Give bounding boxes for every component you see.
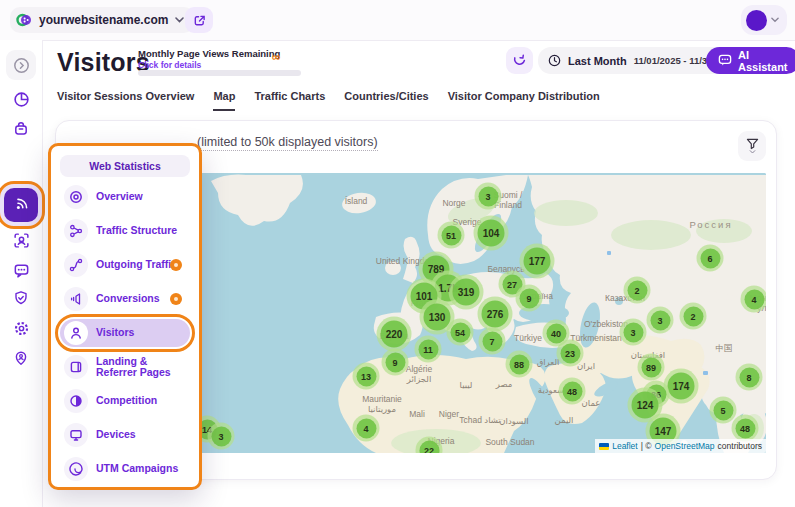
network-icon [64, 219, 88, 243]
map-cluster[interactable]: 276 [478, 297, 513, 332]
map-cluster[interactable]: 4 [353, 415, 380, 442]
pageviews-details-link[interactable]: Click for details [138, 60, 201, 70]
map-cluster[interactable]: 88 [506, 351, 533, 378]
map-cluster[interactable]: 7 [479, 328, 506, 355]
sidebar-expand-toggle[interactable] [6, 50, 36, 80]
flyout-item-label: Visitors [96, 327, 134, 338]
map-cluster[interactable]: 6 [697, 245, 724, 272]
chevron-down-icon [175, 17, 184, 23]
flyout-item-label: Competition [96, 395, 157, 406]
flyout-item-visitors[interactable]: Visitors [60, 319, 190, 347]
tab-visitor-company-distribution[interactable]: Visitor Company Distribution [448, 90, 600, 111]
attribution-separator: | © [641, 441, 652, 451]
user-scan-icon [13, 232, 30, 249]
tab-visitor-sessions-overview[interactable]: Visitor Sessions Overview [57, 90, 194, 111]
filter-button[interactable] [738, 131, 766, 161]
website-selector[interactable]: yourwebsitename.com [10, 7, 194, 33]
tab-countries-cities[interactable]: Countries/Cities [344, 90, 428, 111]
map-cluster[interactable]: 3 [647, 307, 674, 334]
map-title: (limited to 50k displayed visitors) [197, 135, 378, 151]
openstreetmap-link[interactable]: OpenStreetMap [655, 441, 715, 451]
map-cluster[interactable]: 13 [353, 363, 380, 390]
map-cluster[interactable]: 11 [415, 336, 442, 363]
web-statistics-flyout: Web Statistics Overview Traffic Structur… [48, 143, 202, 490]
topbar: yourwebsitename.com [0, 0, 795, 41]
bag-icon [13, 121, 29, 137]
pie-chart-icon [13, 91, 30, 108]
item-badge [170, 259, 182, 271]
flyout-item-utm-campaigns[interactable]: UTM Campaigns [60, 455, 190, 483]
ukraine-flag-icon [599, 443, 609, 450]
route-icon [64, 253, 88, 277]
flyout-item-outgoing-traffic[interactable]: Outgoing Traffic [60, 251, 190, 279]
flyout-header: Web Statistics [60, 155, 190, 177]
flyout-item-traffic-structure[interactable]: Traffic Structure [60, 217, 190, 245]
flyout-item-landing-referrer-pages[interactable]: Landing & Referrer Pages [60, 353, 190, 381]
spiral-icon [64, 457, 88, 481]
map-cluster[interactable]: 104 [474, 216, 509, 251]
map-cluster[interactable]: 54 [447, 319, 474, 346]
location-person-icon [13, 350, 29, 366]
flyout-item-label: Conversions [96, 293, 160, 304]
map-cluster[interactable]: 319 [449, 275, 484, 310]
map-cluster[interactable]: 4 [741, 286, 767, 313]
sidebar-item-orders[interactable] [6, 114, 36, 144]
sidebar-item-security[interactable] [6, 283, 36, 313]
map-cluster[interactable]: 9 [382, 349, 409, 376]
flyout-item-label: Devices [96, 429, 136, 440]
person-icon [64, 321, 88, 345]
account-menu[interactable] [741, 5, 787, 35]
map-cluster[interactable]: 3 [620, 319, 647, 346]
map-cluster[interactable]: 220 [377, 317, 412, 352]
leaflet-link[interactable]: Leaflet [612, 441, 638, 451]
map-cluster[interactable]: 2 [680, 303, 707, 330]
sidebar-item-web-statistics[interactable] [4, 188, 38, 222]
open-website-button[interactable] [185, 7, 213, 33]
map-cluster[interactable]: 9 [516, 285, 543, 312]
sidebar-item-settings[interactable] [6, 313, 36, 343]
refresh-button[interactable] [506, 47, 533, 74]
map-cluster[interactable]: 48 [559, 378, 586, 405]
flyout-item-conversions[interactable]: Conversions [60, 285, 190, 313]
pageviews-infinity-value: ∞ [272, 50, 281, 64]
ai-assistant-button[interactable]: AI Assistant [706, 47, 795, 74]
map-cluster[interactable]: 177 [520, 244, 555, 279]
sidebar-item-chat[interactable] [6, 255, 36, 285]
map-cluster[interactable]: 3 [208, 423, 235, 450]
contrast-icon [64, 389, 88, 413]
app-root: yourwebsitename.com [0, 0, 795, 507]
website-name: yourwebsitename.com [39, 13, 168, 27]
map-cluster[interactable]: 23 [557, 340, 584, 367]
external-link-icon [193, 14, 206, 27]
tab-map[interactable]: Map [213, 90, 235, 111]
flyout-item-overview[interactable]: Overview [60, 183, 190, 211]
map-cluster[interactable]: 3 [475, 183, 502, 210]
map-cluster[interactable]: 2 [624, 277, 651, 304]
chat-icon [13, 262, 30, 279]
funnel-icon [746, 138, 759, 150]
sidebar-item-user-scan[interactable] [6, 225, 36, 255]
site-logo-icon [16, 12, 32, 28]
tab-bar: Visitor Sessions Overview Map Traffic Ch… [57, 90, 600, 111]
megaphone-icon [64, 287, 88, 311]
map-cluster[interactable]: 22 [416, 437, 443, 454]
map-cluster[interactable]: 8 [736, 364, 763, 391]
flyout-item-devices[interactable]: Devices [60, 421, 190, 449]
sidebar [0, 40, 43, 507]
map-cluster[interactable]: 5 [710, 397, 737, 424]
period-label: Last Month [568, 55, 627, 67]
chevron-down-icon [771, 17, 779, 23]
shield-check-icon [13, 290, 29, 306]
ai-chat-icon [718, 54, 732, 67]
flyout-item-label: UTM Campaigns [96, 463, 178, 474]
sidebar-item-analytics[interactable] [6, 84, 36, 114]
page-title: Visitors [57, 48, 150, 77]
map-cluster[interactable]: 48 [732, 415, 759, 442]
flyout-item-label: Traffic Structure [96, 225, 177, 236]
tab-traffic-charts[interactable]: Traffic Charts [254, 90, 325, 111]
map-cluster[interactable]: 51 [438, 222, 465, 249]
map-cluster[interactable]: 89 [638, 354, 665, 381]
flyout-item-competition[interactable]: Competition [60, 387, 190, 415]
sidebar-item-location[interactable] [6, 343, 36, 373]
target-icon [64, 185, 88, 209]
